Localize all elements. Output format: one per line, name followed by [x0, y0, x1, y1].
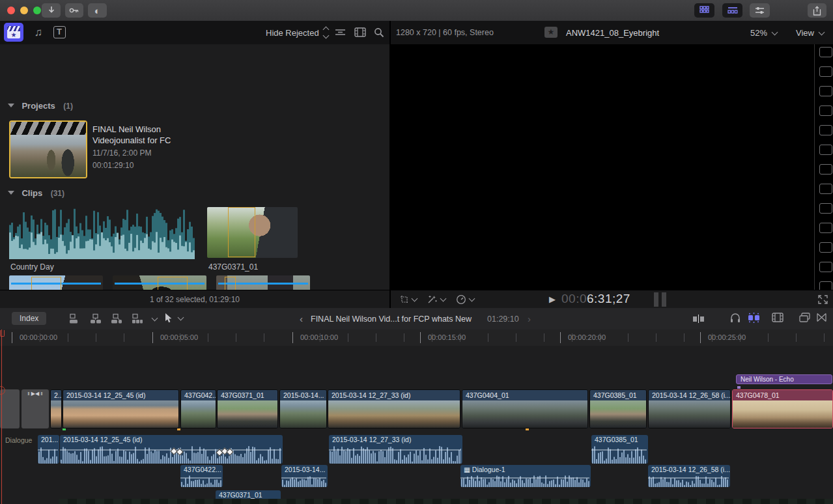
timeline-history-button[interactable] [799, 313, 810, 322]
fullscreen-button[interactable] [818, 295, 828, 304]
timeline-audio-clip[interactable]: 2015-03-14 12_25_45 (id) [60, 435, 283, 464]
timeline-audio-clip[interactable]: ▦ Dialogue-1 [460, 465, 591, 487]
chevron-down-icon[interactable] [152, 315, 158, 322]
timeline-video-clip[interactable]: 2015-03-14 12_27_33 (id) [328, 389, 460, 428]
background-tasks-button[interactable]: ◐ [88, 3, 107, 18]
filmstrip-edge-line [814, 44, 815, 290]
viewer-zoom-dropdown[interactable]: 52% [750, 28, 777, 38]
close-window-button[interactable] [7, 7, 15, 14]
share-button[interactable] [808, 3, 826, 18]
project-date: 11/7/16, 2:00 PM [92, 148, 171, 159]
append-edit-icon[interactable] [111, 313, 122, 324]
timeline-back-chevron[interactable]: ‹ [300, 313, 303, 324]
timeline-forward-chevron[interactable]: › [528, 313, 531, 324]
projects-header-label: Projects [21, 101, 55, 111]
filmstrip-icon [772, 313, 784, 322]
skimming-button[interactable] [747, 313, 761, 323]
play-icon[interactable]: ▶ [549, 294, 556, 304]
browser-status-bar: 1 of 32 selected, 01:29:10 [0, 290, 389, 309]
filmstrip-toggle-button[interactable] [354, 27, 366, 37]
viewer-view-dropdown[interactable]: View [796, 28, 824, 38]
minimize-window-button[interactable] [20, 7, 28, 14]
clip-thumbnails [181, 400, 216, 428]
connected-title-clip[interactable]: Neil Wilson - Echo [736, 374, 832, 384]
marker-orange[interactable] [177, 428, 180, 430]
video-track: ‖ ▶◀ ‖2..2015-03-14 12_25_45 (id)437G042… [0, 389, 833, 428]
timeline-audio-clip[interactable]: 437G0422... [180, 465, 223, 487]
timeline-audio-clip[interactable]: 2015-03-14 12_26_58 (i... [648, 465, 730, 487]
crop-menu-button[interactable] [400, 295, 417, 304]
zoom-window-button[interactable] [33, 7, 41, 14]
timeline-video-clip[interactable]: 437G0371_01 [217, 389, 278, 428]
titles-generators-tab[interactable]: T [49, 23, 69, 42]
clip-appearance-button[interactable] [335, 28, 346, 36]
timeline-video-clip[interactable]: 437G0478_01 [732, 389, 833, 428]
timeline-video-clip[interactable]: 2015-03-14... [279, 389, 327, 428]
timeline-video-clip[interactable]: 2015-03-14 12_25_45 (id) [63, 389, 179, 428]
filter-dropdown[interactable]: Hide Rejected [266, 27, 328, 38]
gap-clip[interactable] [0, 389, 20, 428]
clips-section-header[interactable]: Clips (31) [8, 187, 64, 199]
media-libraries-tab[interactable]: ★ [4, 23, 23, 42]
titles-icon: T [53, 26, 66, 38]
timeline-video-clip[interactable]: 2015-03-14 12_26_58 (i... [648, 389, 731, 428]
clip-label: 2015-03-14 12_26_58 (i... [649, 390, 730, 400]
retime-menu-button[interactable] [456, 294, 474, 305]
import-media-button[interactable] [42, 3, 61, 18]
clapperboard-star-icon: ★ [7, 26, 20, 38]
timeline-audio-clip[interactable]: 201... [38, 435, 59, 464]
browser-clip-waveform[interactable] [9, 207, 195, 259]
timeline-video-clip[interactable]: 437G042... [180, 389, 216, 428]
browser-clip-thumbnail[interactable] [216, 275, 310, 290]
playhead-top-flag[interactable] [0, 330, 5, 337]
timeline-strip-view-button[interactable] [722, 3, 742, 18]
overwrite-edit-icon[interactable] [132, 313, 143, 324]
clip-thumbnails [733, 400, 832, 428]
transition-clip[interactable]: ‖ ▶◀ ‖ [21, 389, 49, 428]
audio-skimming-button[interactable] [730, 313, 741, 323]
film-sprocket [819, 203, 832, 214]
timeline-video-clip[interactable]: 437G0404_01 [462, 389, 588, 428]
marker-green[interactable] [63, 428, 66, 430]
selection-range[interactable] [158, 277, 188, 290]
clip-thumbnails [218, 400, 277, 428]
clip-appearance-timeline-button[interactable] [772, 313, 784, 322]
photos-audio-tab[interactable]: ♫ [29, 23, 48, 42]
index-button[interactable]: Index [12, 312, 46, 325]
keywords-button[interactable] [65, 3, 83, 18]
audio-waveform [60, 445, 283, 464]
browser-clip-thumbnail[interactable] [113, 275, 206, 290]
browser-clip-thumbnail[interactable] [9, 275, 103, 290]
marker-orange[interactable] [526, 428, 529, 430]
timeline-audio-clip[interactable]: 2015-03-14... [281, 465, 328, 487]
projects-section-header[interactable]: Projects (1) [8, 100, 73, 111]
favorite-star-button[interactable]: ★ [544, 27, 558, 38]
skimming-icon [747, 313, 761, 323]
filmstrip-sprockets [815, 44, 833, 290]
selection-range[interactable] [225, 277, 236, 290]
project-thumbnail[interactable] [9, 120, 87, 178]
timeline-audio-clip[interactable]: 2015-03-14 12_27_33 (id) [329, 435, 462, 464]
project-title-line2[interactable]: Videojounalist for FC [92, 135, 171, 146]
timeline-video-clip[interactable]: 2.. [50, 389, 62, 428]
timeline-appearance-button[interactable] [816, 313, 827, 322]
viewer-timecode[interactable]: 00:06:31;27 [561, 292, 630, 306]
insert-edit-icon[interactable] [90, 313, 102, 324]
project-title-line1[interactable]: FINAL Neil Wilson [92, 124, 171, 135]
trim-feedback-button[interactable] [693, 315, 704, 323]
timeline-project-title[interactable]: FINAL Neil Wilson Vid...t for FCP whats … [311, 315, 472, 324]
search-button[interactable] [374, 27, 384, 38]
browser-grid-view-button[interactable] [694, 3, 714, 18]
tool-menu-button[interactable] [164, 313, 183, 324]
enhancements-menu-button[interactable] [427, 294, 445, 305]
audio-meters-button[interactable] [654, 292, 666, 307]
selection-range[interactable] [31, 277, 61, 290]
timeline-ruler[interactable]: 00:00:00:0000:00:05:0000:00:10:0000:00:1… [0, 329, 833, 346]
timeline-audio-clip[interactable]: 437G0385_01 [591, 435, 648, 464]
connect-edit-icon[interactable] [69, 313, 81, 324]
inspector-button[interactable] [750, 3, 770, 18]
selection-range[interactable] [228, 207, 255, 257]
playhead-line[interactable] [1, 346, 2, 504]
timeline-video-clip[interactable]: 437G0385_01 [589, 389, 647, 428]
browser-clip-thumbnail[interactable] [207, 207, 298, 258]
